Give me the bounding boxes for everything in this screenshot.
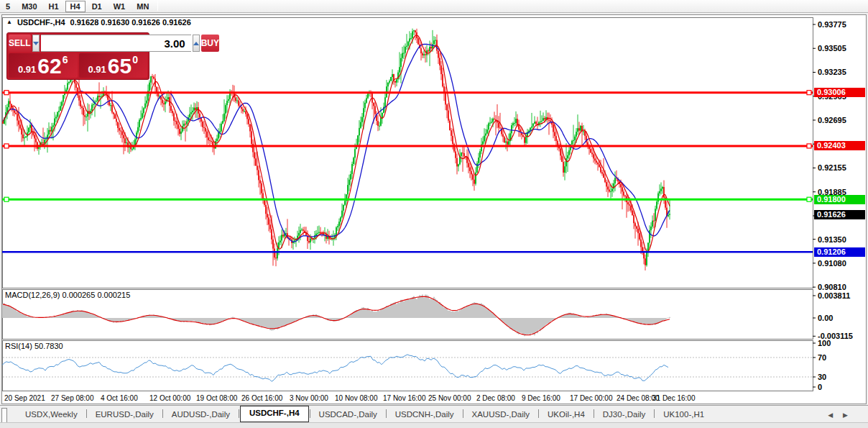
triangle-up-icon [193,42,199,45]
bid-price-prefix: 0.91 [18,64,36,75]
price-tick-label: 0.93775 [818,20,865,29]
chart-tab-ukoil-h4[interactable]: UKOil-,H4 [540,407,593,422]
tab-scroll-left-icon[interactable]: ◀ [828,411,843,419]
price-badge-0.91800: 0.91800 [814,195,865,204]
rsi-tick-label: 30 [818,373,865,381]
chart-tab-bar: USDX,WeeklyEURUSD-,DailyAUDUSD-,DailyUSD… [0,405,868,422]
volume-increase-button[interactable] [193,35,200,52]
rsi-tick-label: 0 [818,383,865,391]
chart-tab-usdcnh-daily[interactable]: USDCNH-,Daily [387,407,462,422]
tab-separator [463,409,463,418]
chart-window: ▲ USDCHF-,H4 0.91628 0.91630 0.91626 0.9… [1,14,867,404]
chart-tab-dj30-daily[interactable]: DJ30-,Daily [595,407,653,422]
rsi-indicator-label: RSI(14) 50.7830 [5,342,63,350]
chart-tab-usdcad-daily[interactable]: USDCAD-,Daily [311,407,385,422]
volume-decrease-button[interactable] [32,35,40,52]
ask-price-prefix: 0.91 [88,64,106,75]
macd-tick-label: 0.00 [818,314,865,322]
time-axis-label: 17 Dec 00:00 [570,394,613,402]
tab-separator [239,409,239,418]
volume-input[interactable] [41,35,191,52]
price-badge-0.93006: 0.93006 [814,88,865,97]
tab-separator [86,409,87,418]
timeframe-button-mn[interactable]: MN [131,1,154,12]
time-axis-label: 9 Dec 16:00 [522,394,560,402]
mt4-app: 5M30H1H4D1W1MN ▲ USDCHF-,H4 0.91628 0.91… [0,0,868,428]
time-axis-label: 3 Nov 00:00 [290,394,328,402]
price-badge-0.91626: 0.91626 [814,210,865,219]
chart-tab-eurusd-daily[interactable]: EURUSD-,Daily [88,407,162,422]
timeframe-button-h4[interactable]: H4 [65,1,86,12]
tabs-container: USDX,WeeklyEURUSD-,DailyAUDUSD-,DailyUSD… [17,406,712,422]
timeframe-button-5[interactable]: 5 [1,1,15,12]
chart-symbol-label: USDCHF-,H4 [17,18,65,27]
one-click-trading-panel: SELL BUY 0.91626 0.91650 [6,32,149,80]
time-axis-label: 19 Oct 08:00 [196,394,237,402]
chart-title: ▲ USDCHF-,H4 0.91628 0.91630 0.91626 0.9… [6,18,191,27]
timeframe-button-m30[interactable]: M30 [17,1,42,12]
chart-tab-uk100-h1[interactable]: UK100-,H1 [655,407,712,422]
price-tick-label: 0.93505 [818,44,865,53]
macd-indicator-label: MACD(12,26,9) 0.000265 0.000215 [5,291,130,299]
rsi-tick-label: 70 [818,353,865,362]
time-axis-label: 25 Nov 00:00 [428,394,471,402]
sell-button[interactable]: SELL [9,35,31,52]
price-tick-label: 0.91080 [818,259,865,268]
timeframe-button-w1[interactable]: W1 [108,1,131,12]
time-axis-label: 10 Nov 08:00 [335,394,378,402]
buy-price-button[interactable]: 0.91650 [79,53,148,78]
tab-separator [162,409,163,418]
price-tick-label: 0.90810 [818,283,865,291]
ask-price-big: 65 [108,55,131,77]
time-axis-label: 4 Oct 16:00 [101,394,138,402]
time-axis-label: 17 Nov 16:00 [383,394,426,402]
time-axis-label: 12 Oct 00:00 [149,394,190,402]
bid-price-sup: 6 [63,54,68,65]
chart-tab-audusd-daily[interactable]: AUDUSD-,Daily [164,407,238,422]
toolbar-separator [157,1,158,11]
tab-separator [538,409,539,418]
price-tick-label: 0.91350 [818,235,865,244]
tab-separator [310,409,310,418]
buy-button[interactable]: BUY [201,35,219,52]
macd-tick-label: 0.003811 [818,291,865,300]
time-axis-label: 27 Sep 08:00 [51,394,94,402]
collapse-panel-icon[interactable]: ▲ [6,19,12,26]
chart-ohlc-values: 0.91628 0.91630 0.91626 0.91626 [70,18,191,27]
time-axis-label: 26 Oct 16:00 [241,394,282,402]
timeframe-button-h1[interactable]: H1 [44,1,64,12]
price-tick-label: 0.92155 [818,163,865,172]
tab-scroll-arrows: ◀▶ [828,411,858,419]
chart-tab-xauusd-daily[interactable]: XAUUSD-,Daily [464,407,538,422]
tab-separator [594,409,594,418]
timeframe-button-d1[interactable]: D1 [87,1,107,12]
time-axis-label: 31 Dec 16:00 [652,394,696,402]
tab-separator [654,409,655,418]
triangle-down-icon [33,42,39,45]
time-axis-label: 2 Dec 08:00 [476,394,515,402]
status-bar [0,422,868,428]
chart-tab-usdchf-h4[interactable]: USDCHF-,H4 [240,406,309,422]
chart-tab-usdx-weekly[interactable]: USDX,Weekly [17,407,86,422]
bid-price-big: 62 [37,55,61,77]
tab-separator [386,409,387,418]
price-badge-0.92403: 0.92403 [814,141,865,150]
time-axis-label: 20 Sep 2021 [4,394,45,402]
price-tick-label: 0.93235 [818,68,865,76]
price-tick-label: 0.92695 [818,116,865,124]
timeframe-toolbar: 5M30H1H4D1W1MN [0,0,868,13]
price-badge-0.91206: 0.91206 [814,247,865,257]
rsi-tick-label: 100 [818,339,865,347]
sell-price-button[interactable]: 0.91626 [9,53,78,78]
tab-scroll-right-icon[interactable]: ▶ [843,411,858,419]
tab-stub [1,408,7,422]
ask-price-sup: 0 [132,54,138,65]
